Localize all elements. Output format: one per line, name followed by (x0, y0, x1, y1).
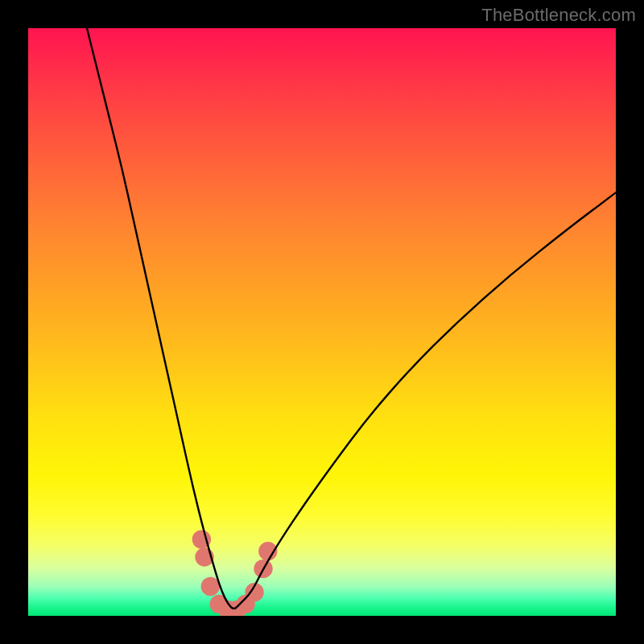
marker-dot (201, 577, 220, 596)
chart-frame: TheBottleneck.com (0, 0, 644, 644)
plot-area (28, 28, 616, 616)
bottleneck-curve (87, 28, 616, 609)
markers-group (192, 530, 278, 616)
curve-svg (28, 28, 616, 616)
watermark-text: TheBottleneck.com (481, 5, 636, 26)
